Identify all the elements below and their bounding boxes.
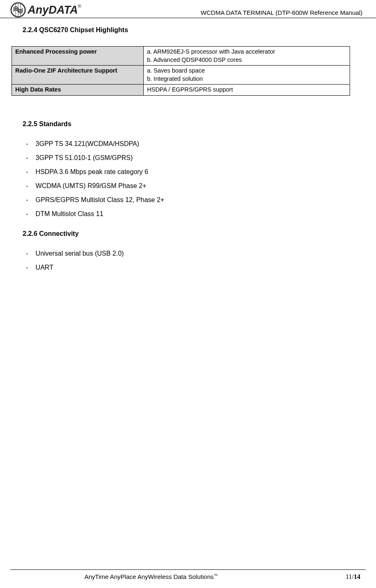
footer-content: AnyTime AnyPlace AnyWireless Data Soluti… (12, 573, 364, 581)
list-item: HSDPA 3.6 Mbps peak rate category 6 (26, 168, 364, 176)
list-item: WCDMA (UMTS) R99/GSM Phase 2+ (26, 182, 364, 190)
table-value-cell: a. Saves board space b. Integrated solut… (144, 66, 350, 85)
page-footer: AnyTime AnyPlace AnyWireless Data Soluti… (0, 569, 376, 581)
section-heading-standards: 2.2.5 Standards (23, 120, 364, 128)
list-item: DTM Multislot Class 11 (26, 210, 364, 218)
list-item: UART (26, 264, 364, 271)
highlights-table: Enhanced Processing power a. ARM926EJ-S … (12, 46, 350, 96)
table-label-cell: High Data Rates (12, 85, 144, 96)
table-value-cell: a. ARM926EJ-S processor with Java accele… (144, 47, 350, 66)
list-item: 3GPP TS 34.121(WCDMA/HSDPA) (26, 140, 364, 148)
table-value-cell: HSDPA / EGPRS/GPRS support (144, 85, 350, 96)
standards-list: 3GPP TS 34.121(WCDMA/HSDPA) 3GPP TS 51.0… (23, 140, 364, 218)
list-item: GPRS/EGPRS Multislot Class 12, Phase 2+ (26, 196, 364, 204)
table-row: Radio-One ZIF Architecture Support a. Sa… (12, 66, 350, 85)
footer-tagline: AnyTime AnyPlace AnyWireless Data Soluti… (84, 573, 218, 580)
table-label-cell: Radio-One ZIF Architecture Support (12, 66, 144, 85)
list-item: 3GPP TS 51.010-1 (GSM/GPRS) (26, 154, 364, 162)
table-row: High Data Rates HSDPA / EGPRS/GPRS suppo… (12, 85, 350, 96)
page-number: 11/14 (346, 573, 360, 581)
page-header: AnyDATA® WCDMA DATA TERMINAL (DTP-600W R… (0, 0, 376, 18)
list-item: Universal serial bus (USB 2.0) (26, 250, 364, 257)
anydata-logo-icon (10, 2, 26, 18)
connectivity-list: Universal serial bus (USB 2.0) UART (23, 250, 364, 271)
page-content: 2.2.4 QSC6270 Chipset Highlights Enhance… (0, 26, 376, 271)
section-heading-connectivity: 2.2.6 Connectivity (23, 230, 364, 238)
logo: AnyDATA® (10, 2, 81, 18)
footer-divider (10, 569, 366, 570)
document-title: WCDMA DATA TERMINAL (DTP-600W Reference … (201, 9, 366, 18)
table-row: Enhanced Processing power a. ARM926EJ-S … (12, 47, 350, 66)
table-label-cell: Enhanced Processing power (12, 47, 144, 66)
section-heading-highlights: 2.2.4 QSC6270 Chipset Highlights (23, 26, 364, 34)
logo-text: AnyDATA® (28, 4, 81, 16)
